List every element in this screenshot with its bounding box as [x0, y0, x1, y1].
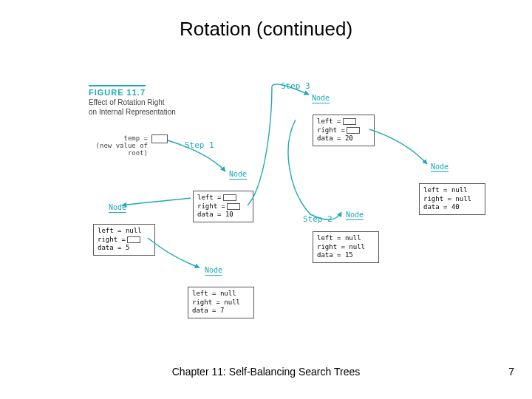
- node-label-40: Node: [431, 163, 449, 172]
- node-15-right: right = null: [317, 243, 375, 252]
- node-5-data: data = 5: [98, 244, 151, 253]
- page-number: 7: [508, 366, 514, 378]
- node-7-data: data = 7: [192, 307, 250, 316]
- temp-label: temp = (new value of root): [74, 134, 148, 157]
- node-label-10: Node: [229, 170, 247, 180]
- node-box-40: left = null right = null data = 40: [419, 183, 485, 215]
- node-label-20: Node: [312, 94, 330, 103]
- node-label-15: Node: [346, 211, 364, 220]
- node-box-7: left = null right = null data = 7: [188, 287, 254, 318]
- node-15-left: left = null: [317, 234, 375, 243]
- node-40-left: left = null: [423, 186, 481, 195]
- slide-title: Rotation (continued): [0, 18, 532, 41]
- node-label-7: Node: [205, 266, 222, 276]
- node-20-data: data = 20: [317, 134, 370, 143]
- temp-eq: temp =: [123, 134, 148, 142]
- node-7-right: right = null: [192, 299, 250, 307]
- temp-note: (new value of root): [96, 142, 148, 157]
- node-10-right: right =: [197, 202, 249, 211]
- slide-footer: Chapter 11: Self-Balancing Search Trees: [0, 366, 532, 378]
- node-15-data: data = 15: [317, 251, 375, 260]
- node-label-5: Node: [109, 203, 126, 213]
- node-10-data: data = 10: [197, 211, 249, 219]
- step-1-label: Step 1: [185, 140, 214, 150]
- figure-number: FIGURE 11.7: [89, 85, 146, 97]
- figure-caption-line2: on Internal Representation: [89, 108, 176, 116]
- node-40-right: right = null: [423, 195, 481, 204]
- node-20-right: right =: [317, 126, 370, 135]
- node-box-10: left = right = data = 10: [193, 191, 253, 222]
- node-box-5: left = null right = data = 5: [93, 224, 155, 256]
- figure-caption-line1: Effect of Rotation Right: [89, 98, 165, 106]
- node-40-data: data = 40: [423, 203, 481, 212]
- node-box-15: left = null right = null data = 15: [313, 231, 379, 263]
- temp-pointer-box: [151, 134, 168, 143]
- node-10-left: left =: [197, 194, 249, 202]
- figure-caption: Effect of Rotation Right on Internal Rep…: [89, 98, 176, 117]
- step-2-label: Step 2: [303, 214, 332, 224]
- node-20-left: left =: [317, 117, 370, 126]
- node-7-left: left = null: [192, 290, 250, 299]
- node-5-left: left = null: [98, 227, 151, 236]
- node-box-20: left = right = data = 20: [313, 115, 375, 146]
- step-3-label: Step 3: [281, 81, 310, 91]
- node-5-right: right =: [98, 236, 151, 245]
